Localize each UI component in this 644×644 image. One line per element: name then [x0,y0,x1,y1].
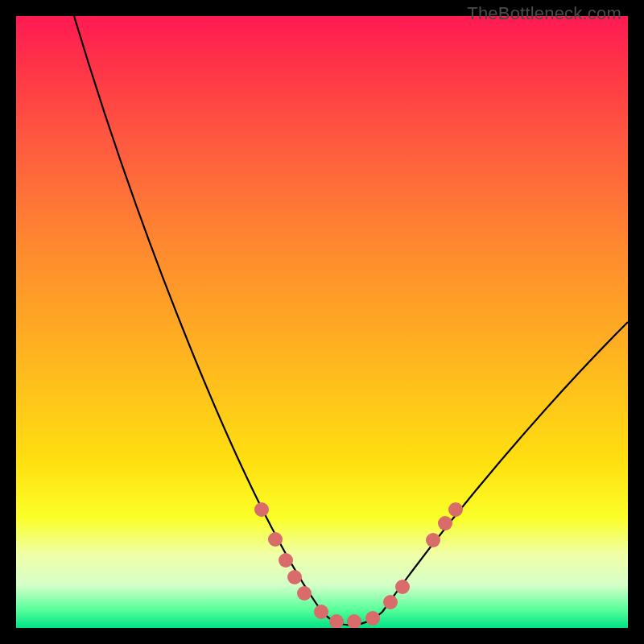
chart-frame [16,16,628,628]
data-marker [395,580,410,594]
bottleneck-curve [74,16,628,625]
bottleneck-curve-layer [16,16,628,628]
data-marker [268,532,283,547]
marker-group [254,502,463,628]
data-marker [287,570,302,584]
data-marker [448,502,463,517]
data-marker [347,614,361,628]
data-marker [383,595,398,609]
data-marker [329,614,344,628]
data-marker [279,553,293,568]
watermark-text: TheBottleneck.com [467,3,621,24]
data-marker [297,586,312,601]
data-marker [426,533,440,547]
data-marker [254,502,269,517]
data-marker [365,611,380,625]
data-marker [438,516,452,530]
data-marker [314,605,328,619]
